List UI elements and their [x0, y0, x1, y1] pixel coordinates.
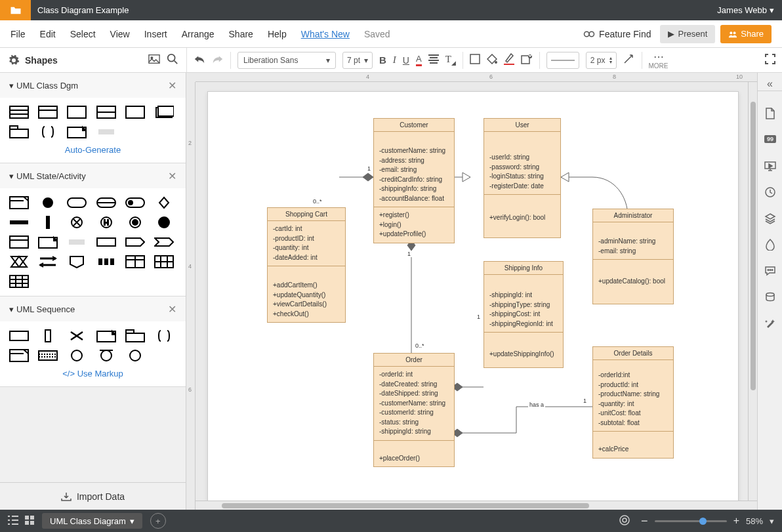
bold-icon[interactable]: B	[379, 54, 386, 66]
textstyle-icon[interactable]: T◢	[445, 54, 456, 66]
shapeoptions-icon[interactable]	[521, 54, 533, 67]
shape-item[interactable]	[96, 349, 116, 362]
shape-item[interactable]	[96, 235, 116, 249]
shape-item[interactable]	[9, 125, 29, 138]
shape-item[interactable]	[9, 235, 29, 249]
more-menu[interactable]: ⋯MORE	[649, 51, 669, 70]
menu-help[interactable]: Help	[268, 29, 287, 39]
canvas[interactable]: 46810 2468 0..* 1	[186, 73, 757, 510]
class-user[interactable]: User -userId: string-password: string-lo…	[484, 118, 561, 238]
present-button[interactable]: ▶ Present	[660, 25, 715, 43]
shape-item[interactable]	[38, 196, 58, 209]
shape-item[interactable]	[67, 329, 87, 342]
close-icon[interactable]: ✕	[168, 303, 176, 316]
shape-item[interactable]	[38, 255, 58, 268]
import-data[interactable]: Import Data	[0, 482, 186, 510]
zoom-slider[interactable]	[655, 520, 727, 522]
close-icon[interactable]: ✕	[168, 79, 176, 92]
shapes-label[interactable]: Shapes	[25, 55, 142, 66]
shape-item[interactable]	[67, 196, 87, 209]
present-icon[interactable]	[764, 159, 777, 173]
shape-item[interactable]	[38, 329, 58, 342]
close-icon[interactable]: ✕	[168, 170, 176, 182]
menu-arrange[interactable]: Arrange	[182, 29, 215, 39]
shape-item[interactable]	[154, 106, 174, 119]
class-admin[interactable]: Administrator -adminName: string-email: …	[592, 209, 674, 304]
shape-item[interactable]	[125, 349, 145, 362]
history-icon[interactable]	[764, 186, 777, 199]
add-page-button[interactable]: +	[150, 513, 166, 529]
page-icon[interactable]	[764, 107, 777, 120]
search-icon[interactable]	[167, 53, 178, 68]
cat-uml-state[interactable]: ▾ UML State/Activity✕	[0, 163, 186, 188]
linestyle-select[interactable]	[546, 52, 579, 69]
menu-edit[interactable]: Edit	[40, 29, 56, 39]
underline-icon[interactable]: U	[403, 55, 409, 66]
shape-item[interactable]	[67, 235, 87, 249]
collapse-icon[interactable]: «	[758, 77, 782, 91]
feature-find[interactable]: Feature Find	[583, 29, 651, 39]
menu-view[interactable]: View	[110, 29, 130, 39]
class-shipping[interactable]: Shipping Info -shippingId: int-shippingT…	[484, 261, 564, 368]
shape-item[interactable]	[9, 196, 29, 209]
shape-item[interactable]	[38, 216, 58, 229]
shape-item[interactable]	[96, 106, 116, 119]
image-icon[interactable]	[148, 54, 160, 67]
data-icon[interactable]	[764, 291, 777, 304]
fullscreen-icon[interactable]	[765, 54, 775, 67]
shape-item[interactable]	[96, 196, 116, 209]
scrollbar-horizontal[interactable]	[196, 501, 757, 510]
user-menu[interactable]: James Webb▾	[717, 5, 782, 15]
layers-icon[interactable]	[764, 212, 777, 225]
usemarkup-link[interactable]: </> Use Markup	[62, 369, 123, 379]
shape-item[interactable]	[9, 255, 29, 268]
linewidth-select[interactable]: 2 px ▴▾	[586, 52, 617, 69]
align-icon[interactable]	[428, 54, 439, 66]
font-select[interactable]: Liberation Sans▾	[237, 52, 336, 69]
shape-item[interactable]	[67, 349, 87, 362]
shape-item[interactable]	[125, 196, 145, 209]
menu-whatsnew[interactable]: What's New	[301, 29, 350, 39]
shape-item[interactable]	[9, 329, 29, 342]
folder-icon[interactable]	[0, 0, 31, 20]
theme-icon[interactable]	[764, 238, 777, 251]
shape-item[interactable]	[38, 106, 58, 119]
shape-item[interactable]	[9, 216, 29, 229]
cat-uml-class[interactable]: ▾ UML Class Dgm✕	[0, 73, 186, 98]
shape-item[interactable]	[125, 329, 145, 342]
fontsize-select[interactable]: 7 pt ▾	[342, 52, 373, 69]
menu-select[interactable]: Select	[70, 29, 96, 39]
redo-icon[interactable]	[212, 54, 224, 66]
shape-item[interactable]	[96, 329, 116, 342]
shape-item[interactable]	[67, 106, 87, 119]
zoom-out-icon[interactable]: −	[641, 514, 648, 528]
doc-title[interactable]: Class Diagram Example	[31, 5, 717, 15]
shape-item[interactable]: H	[96, 216, 116, 229]
menu-insert[interactable]: Insert	[144, 29, 167, 39]
shape-item[interactable]	[154, 235, 174, 249]
class-customer[interactable]: Customer -customerName: string-address: …	[373, 118, 455, 243]
target-icon[interactable]	[619, 514, 630, 528]
zoom-control[interactable]: − + 58%▾	[641, 514, 774, 528]
shape-item[interactable]	[125, 255, 145, 268]
paper[interactable]: 0..* 1 1 0..* 1 has a 1 Customer -custom…	[207, 91, 739, 510]
shape-item[interactable]	[67, 125, 87, 138]
shape-item[interactable]	[38, 125, 58, 138]
menu-file[interactable]: File	[10, 29, 26, 39]
shape-item[interactable]	[125, 106, 145, 119]
shape-item[interactable]	[125, 216, 145, 229]
shape-item[interactable]	[38, 349, 58, 362]
scrollbar-vertical[interactable]	[748, 82, 757, 501]
magic-icon[interactable]	[764, 317, 777, 330]
shape-item[interactable]	[154, 329, 174, 342]
zoom-in-icon[interactable]: +	[733, 515, 739, 527]
shape-item[interactable]	[9, 275, 29, 288]
chat-icon[interactable]	[764, 264, 777, 277]
shape-item[interactable]	[9, 106, 29, 119]
linecolor-icon[interactable]	[504, 53, 514, 68]
shape-item[interactable]	[154, 196, 174, 209]
shape-item[interactable]	[154, 216, 174, 229]
shape-item[interactable]	[96, 255, 116, 268]
shape-item[interactable]	[38, 235, 58, 249]
shape-icon[interactable]	[470, 54, 480, 67]
